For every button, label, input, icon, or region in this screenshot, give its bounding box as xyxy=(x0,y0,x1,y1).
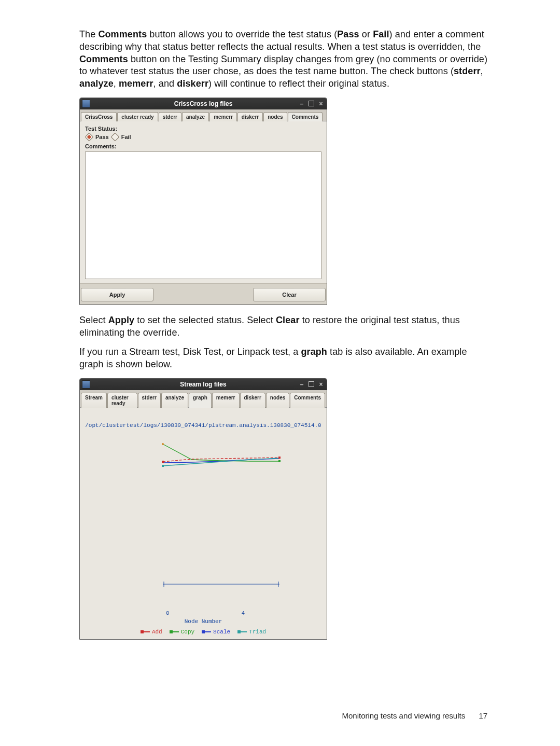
tab-row: CrissCross cluster ready stderr analyze … xyxy=(80,109,327,121)
close-icon[interactable]: × xyxy=(317,381,325,388)
tab-cluster-ready[interactable]: cluster ready xyxy=(117,112,158,121)
label-test-status: Test Status: xyxy=(85,126,321,132)
page-number: 17 xyxy=(479,711,487,720)
window-stream-log-files: Stream log files – × Stream cluster read… xyxy=(79,378,327,640)
x-tick-min: 0 xyxy=(166,610,170,616)
svg-rect-6 xyxy=(162,465,164,467)
legend-copy: Copy xyxy=(181,629,194,635)
legend-swatch-add xyxy=(141,631,150,632)
window-crisscross-log-files: CrissCross log files – × CrissCross clus… xyxy=(79,98,327,305)
app-icon xyxy=(82,100,90,108)
tab-stream[interactable]: Stream xyxy=(81,393,107,408)
tab-memerr[interactable]: memerr xyxy=(209,112,237,121)
label-comments: Comments: xyxy=(85,143,321,149)
tab-row: Stream cluster ready stderr analyze grap… xyxy=(80,390,327,408)
radio-fail-label: Fail xyxy=(121,134,131,140)
minimize-icon[interactable]: – xyxy=(298,381,305,388)
legend-add: Add xyxy=(152,629,162,635)
stream-graph xyxy=(163,444,279,589)
paragraph-apply-clear: Select Apply to set the selected status.… xyxy=(79,314,487,339)
graph-file-path: /opt/clustertest/logs/130830_074341/plst… xyxy=(82,422,325,429)
clear-button[interactable]: Clear xyxy=(253,288,326,301)
tab-crisscross[interactable]: CrissCross xyxy=(81,112,117,121)
tab-analyze[interactable]: analyze xyxy=(182,112,209,121)
tab-nodes[interactable]: nodes xyxy=(263,112,287,121)
tab-analyze[interactable]: analyze xyxy=(161,393,188,408)
window-title: CrissCross log files xyxy=(174,100,233,107)
window-title: Stream log files xyxy=(180,381,226,388)
tab-stderr[interactable]: stderr xyxy=(138,393,161,408)
titlebar[interactable]: Stream log files – × xyxy=(80,379,327,390)
apply-button[interactable]: Apply xyxy=(81,288,153,301)
legend-scale: Scale xyxy=(213,629,230,635)
radio-fail[interactable] xyxy=(110,132,119,141)
tab-diskerr[interactable]: diskerr xyxy=(237,112,263,121)
legend-swatch-triad xyxy=(237,631,247,632)
tab-comments[interactable]: Comments xyxy=(290,393,325,408)
page-footer: Monitoring tests and viewing results 17 xyxy=(342,711,487,720)
x-axis-label: Node Number xyxy=(80,618,327,625)
app-icon xyxy=(82,380,90,389)
minimize-icon[interactable]: – xyxy=(298,100,305,107)
radio-pass[interactable] xyxy=(85,132,94,141)
legend-swatch-copy xyxy=(170,631,179,632)
paragraph-comments: The Comments button allows you to overri… xyxy=(79,29,487,90)
tab-memerr[interactable]: memerr xyxy=(212,393,240,408)
close-icon[interactable]: × xyxy=(317,100,325,107)
comments-textarea[interactable] xyxy=(85,151,321,279)
svg-rect-5 xyxy=(162,461,164,463)
x-tick-max: 4 xyxy=(241,610,245,616)
tab-comments[interactable]: Comments xyxy=(288,112,323,121)
svg-point-4 xyxy=(162,443,164,445)
legend-swatch-scale xyxy=(202,631,211,632)
footer-text: Monitoring tests and viewing results xyxy=(342,711,466,720)
titlebar[interactable]: CrissCross log files – × xyxy=(80,98,327,109)
radio-pass-label: Pass xyxy=(95,134,109,140)
tab-diskerr[interactable]: diskerr xyxy=(240,393,265,408)
tab-cluster-ready[interactable]: cluster ready xyxy=(107,393,137,408)
maximize-icon[interactable] xyxy=(309,101,314,106)
tab-nodes[interactable]: nodes xyxy=(266,393,289,408)
tab-stderr[interactable]: stderr xyxy=(159,112,181,121)
tab-graph[interactable]: graph xyxy=(189,393,212,408)
maximize-icon[interactable] xyxy=(309,381,314,387)
svg-rect-8 xyxy=(278,460,281,462)
legend-triad: Triad xyxy=(249,629,266,635)
paragraph-graph-tab: If you run a Stream test, Disk Test, or … xyxy=(79,346,487,371)
graph-legend: Add Copy Scale Triad xyxy=(80,629,327,635)
svg-rect-7 xyxy=(278,457,281,459)
